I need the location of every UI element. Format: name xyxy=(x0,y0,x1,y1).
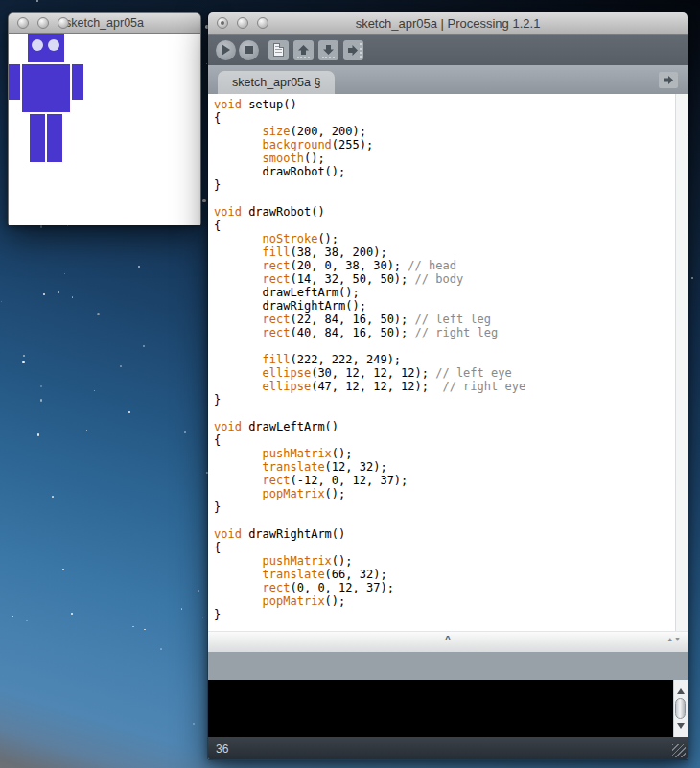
star xyxy=(94,390,95,391)
export-dotted-line xyxy=(360,43,362,58)
star xyxy=(691,277,693,279)
star xyxy=(144,629,145,630)
star xyxy=(26,620,28,622)
robot-right-eye xyxy=(48,39,59,51)
export-right-arrow-icon xyxy=(348,44,360,57)
sketch-output-window: sketch_apr05a xyxy=(8,12,201,225)
code-line: { xyxy=(214,111,674,125)
code-line: drawRobot(); xyxy=(214,165,674,178)
message-area xyxy=(208,652,688,680)
desktop-background: sketch_apr05a sketch_apr05a | Processing… xyxy=(0,0,700,768)
star xyxy=(202,617,203,618)
code-line: rect(-12, 0, 12, 37); xyxy=(214,474,674,487)
code-line: rect(14, 32, 50, 50); // body xyxy=(214,272,674,286)
status-bar: 36 xyxy=(208,737,688,759)
star xyxy=(40,399,42,401)
scrollbar-thumb[interactable] xyxy=(675,698,686,719)
stop-button[interactable] xyxy=(239,40,259,60)
tab-menu-arrow-icon xyxy=(663,75,674,85)
star xyxy=(198,590,199,592)
splitter-expand-collapse-icons[interactable]: ▲▼ xyxy=(666,636,682,642)
star xyxy=(43,293,45,295)
close-button[interactable] xyxy=(217,17,228,29)
code-line: void drawRightArm() xyxy=(214,527,674,541)
code-line: void drawLeftArm() xyxy=(214,420,674,433)
console-output xyxy=(208,680,688,737)
star xyxy=(22,361,25,364)
export-button[interactable] xyxy=(343,40,363,60)
tab-sketch-apr05a[interactable]: sketch_apr05a § xyxy=(218,71,335,94)
code-line: } xyxy=(214,393,674,407)
code-line xyxy=(214,514,674,527)
sketch-canvas xyxy=(9,34,200,225)
zoom-button[interactable] xyxy=(257,17,268,29)
new-sketch-button[interactable] xyxy=(268,40,289,60)
robot-right-arm xyxy=(72,64,83,100)
toolbar xyxy=(208,35,688,65)
star xyxy=(52,496,54,498)
stop-icon xyxy=(245,46,253,54)
zoom-button[interactable] xyxy=(58,17,69,29)
code-line xyxy=(214,192,674,205)
robot-left-leg xyxy=(30,114,45,162)
code-line: noStroke(); xyxy=(214,232,674,245)
editor-console-splitter[interactable]: ^ ▲▼ xyxy=(208,631,688,652)
resize-grip[interactable] xyxy=(672,744,686,757)
save-button[interactable] xyxy=(318,40,338,60)
star xyxy=(120,365,122,367)
open-button[interactable] xyxy=(293,40,314,60)
star xyxy=(86,430,87,431)
open-dotted-line xyxy=(297,57,310,58)
star xyxy=(40,225,42,227)
scroll-down-arrow-icon[interactable] xyxy=(677,723,685,733)
code-lines: void setup(){ size(200, 200); background… xyxy=(214,98,674,621)
code-line: } xyxy=(214,178,674,192)
scroll-up-arrow-icon[interactable] xyxy=(677,685,685,694)
sketch-window-titlebar[interactable]: sketch_apr05a xyxy=(9,13,200,34)
code-editor[interactable]: void setup(){ size(200, 200); background… xyxy=(208,94,688,631)
code-line: translate(66, 32); xyxy=(214,568,674,581)
new-file-icon xyxy=(273,43,284,57)
code-line: ellipse(30, 12, 12, 12); // left eye xyxy=(214,366,674,380)
code-line: rect(22, 84, 16, 50); // left leg xyxy=(214,313,674,326)
console-scrollbar[interactable] xyxy=(673,680,688,737)
tab-bar: sketch_apr05a § xyxy=(208,65,688,94)
splitter-caret-icon[interactable]: ^ xyxy=(445,633,451,646)
editor-vertical-scrollbar[interactable] xyxy=(675,94,688,631)
star xyxy=(36,0,38,2)
code-line: { xyxy=(214,219,674,232)
code-line: smooth(); xyxy=(214,151,674,165)
code-line: void setup() xyxy=(214,98,674,111)
close-button[interactable] xyxy=(17,17,29,29)
star xyxy=(160,648,162,650)
open-up-arrow-icon xyxy=(297,45,310,56)
star xyxy=(64,273,65,274)
star xyxy=(97,313,100,315)
code-line: pushMatrix(); xyxy=(214,554,674,568)
code-line xyxy=(214,407,674,420)
star xyxy=(202,199,205,202)
code-line: drawLeftArm(); xyxy=(214,286,674,299)
code-line: pushMatrix(); xyxy=(214,447,674,460)
ide-window-title: sketch_apr05a | Processing 1.2.1 xyxy=(208,16,688,31)
run-button[interactable] xyxy=(216,40,236,60)
code-line: popMatrix(); xyxy=(214,487,674,500)
code-line: rect(20, 0, 38, 30); // head xyxy=(214,259,674,272)
code-line: fill(38, 38, 200); xyxy=(214,245,674,259)
star xyxy=(12,616,13,617)
tab-menu-button[interactable] xyxy=(659,72,678,88)
code-line: fill(222, 222, 249); xyxy=(214,353,674,366)
save-down-arrow-icon xyxy=(322,45,335,56)
code-line: ellipse(47, 12, 12, 12); // right eye xyxy=(214,380,674,393)
star xyxy=(128,411,130,413)
robot-left-arm xyxy=(9,64,20,100)
ide-titlebar[interactable]: sketch_apr05a | Processing 1.2.1 xyxy=(208,12,688,35)
code-line: rect(40, 84, 16, 50); // right leg xyxy=(214,326,674,339)
star xyxy=(181,608,182,609)
star xyxy=(1,301,2,302)
minimize-button[interactable] xyxy=(237,17,248,29)
star xyxy=(23,355,25,357)
star xyxy=(184,431,186,433)
robot-right-leg xyxy=(47,114,62,162)
minimize-button[interactable] xyxy=(37,17,49,29)
